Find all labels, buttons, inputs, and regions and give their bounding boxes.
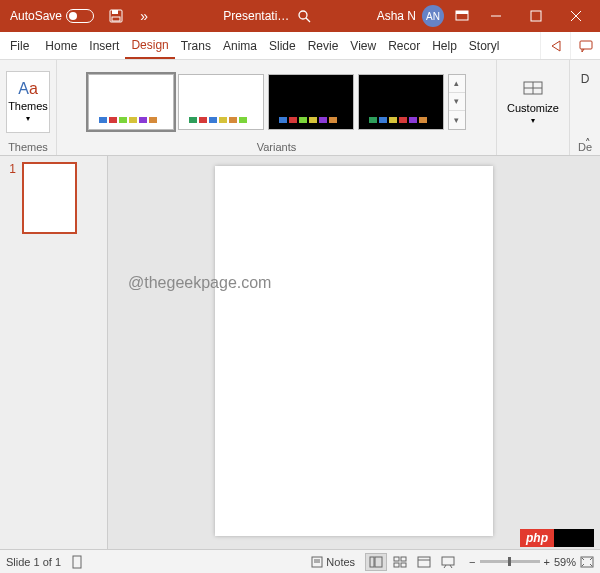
save-icon[interactable]: [102, 2, 130, 30]
ribbon: Aa Themes ▾ Themes ▴▾▾ Variants Customiz…: [0, 60, 600, 156]
minimize-button[interactable]: [476, 0, 516, 32]
collapse-ribbon-icon[interactable]: ˄: [580, 135, 596, 151]
chevron-down-icon: ▾: [531, 116, 535, 125]
tab-view[interactable]: View: [344, 32, 382, 59]
autosave-toggle[interactable]: [66, 9, 94, 23]
ribbon-display-icon[interactable]: [448, 2, 476, 30]
search-icon[interactable]: [297, 9, 311, 23]
customize-label: Customize: [507, 102, 559, 114]
tab-insert[interactable]: Insert: [83, 32, 125, 59]
group-variants: ▴▾▾ Variants: [57, 60, 497, 155]
designer-initial: D: [581, 72, 590, 86]
user-name: Asha N: [377, 9, 416, 23]
variant-thumb-2[interactable]: [268, 74, 354, 130]
notes-button[interactable]: Notes: [311, 556, 355, 568]
svg-rect-19: [370, 557, 374, 567]
php-badge-text: php: [520, 529, 554, 547]
tab-transitions[interactable]: Trans: [175, 32, 217, 59]
maximize-button[interactable]: [516, 0, 556, 32]
document-title: Presentati…: [223, 9, 289, 23]
title-bar: AutoSave » Presentati… Asha N AN: [0, 0, 600, 32]
notes-label: Notes: [326, 556, 355, 568]
fit-window-button[interactable]: [580, 556, 594, 568]
variant-thumb-0[interactable]: [88, 74, 174, 130]
variants-more-button[interactable]: ▴▾▾: [448, 74, 466, 130]
tab-help[interactable]: Help: [426, 32, 463, 59]
view-slideshow-button[interactable]: [437, 553, 459, 571]
tab-file[interactable]: File: [0, 32, 39, 59]
overflow-icon[interactable]: »: [130, 2, 158, 30]
accessibility-icon[interactable]: [71, 555, 83, 569]
tab-slideshow[interactable]: Slide: [263, 32, 302, 59]
user-account[interactable]: Asha N AN: [377, 5, 444, 27]
svg-rect-25: [418, 557, 430, 567]
view-normal-button[interactable]: [365, 553, 387, 571]
zoom-percent[interactable]: 59%: [554, 556, 576, 568]
tab-home[interactable]: Home: [39, 32, 83, 59]
variant-thumb-1[interactable]: [178, 74, 264, 130]
close-button[interactable]: [556, 0, 596, 32]
share-icon[interactable]: [540, 32, 570, 59]
svg-rect-6: [456, 11, 468, 14]
svg-rect-22: [401, 557, 406, 561]
customize-button[interactable]: Customize ▾: [503, 71, 563, 133]
svg-rect-1: [112, 10, 118, 14]
thumbnail-slide[interactable]: [22, 162, 77, 234]
tab-animations[interactable]: Anima: [217, 32, 263, 59]
variant-thumb-3[interactable]: [358, 74, 444, 130]
customize-icon: [522, 78, 544, 100]
zoom-out-button[interactable]: −: [469, 556, 475, 568]
svg-line-4: [306, 18, 310, 22]
themes-icon: Aa: [18, 80, 38, 98]
svg-point-3: [299, 11, 307, 19]
group-variants-label: Variants: [257, 139, 297, 153]
group-customize: Customize ▾: [497, 60, 570, 155]
svg-rect-15: [73, 556, 81, 568]
editor-area: 1 @thegeekpage.com php: [0, 156, 600, 549]
slide-counter: Slide 1 of 1: [6, 556, 61, 568]
svg-rect-27: [442, 557, 454, 565]
php-badge: php: [520, 529, 594, 547]
slide-canvas[interactable]: [215, 166, 493, 536]
tab-recording[interactable]: Recor: [382, 32, 426, 59]
tab-storyboard[interactable]: Storyl: [463, 32, 506, 59]
themes-button[interactable]: Aa Themes ▾: [6, 71, 50, 133]
svg-rect-8: [531, 11, 541, 21]
comments-icon[interactable]: [570, 32, 600, 59]
tab-review[interactable]: Revie: [302, 32, 345, 59]
group-themes-label: Themes: [8, 139, 48, 153]
thumbnail-row: 1: [4, 162, 103, 234]
tab-design[interactable]: Design: [125, 32, 174, 59]
group-themes: Aa Themes ▾ Themes: [0, 60, 57, 155]
svg-rect-21: [394, 557, 399, 561]
svg-rect-11: [580, 41, 592, 49]
view-sorter-button[interactable]: [389, 553, 411, 571]
themes-button-label: Themes: [8, 100, 48, 112]
zoom-in-button[interactable]: +: [544, 556, 550, 568]
autosave-label: AutoSave: [10, 9, 62, 23]
user-avatar: AN: [422, 5, 444, 27]
notes-icon: [311, 556, 323, 568]
thumbnail-number: 1: [4, 162, 16, 234]
zoom-controls: − + 59%: [469, 556, 594, 568]
svg-rect-23: [394, 563, 399, 567]
view-reading-button[interactable]: [413, 553, 435, 571]
svg-rect-20: [375, 557, 382, 567]
svg-rect-2: [112, 17, 120, 21]
svg-rect-24: [401, 563, 406, 567]
thumbnail-pane[interactable]: 1: [0, 156, 108, 549]
slide-canvas-area[interactable]: @thegeekpage.com php: [108, 156, 600, 549]
chevron-down-icon: ▾: [26, 114, 30, 123]
status-bar: Slide 1 of 1 Notes − + 59%: [0, 549, 600, 573]
zoom-slider[interactable]: [480, 560, 540, 563]
ribbon-tabs: File Home Insert Design Trans Anima Slid…: [0, 32, 600, 60]
